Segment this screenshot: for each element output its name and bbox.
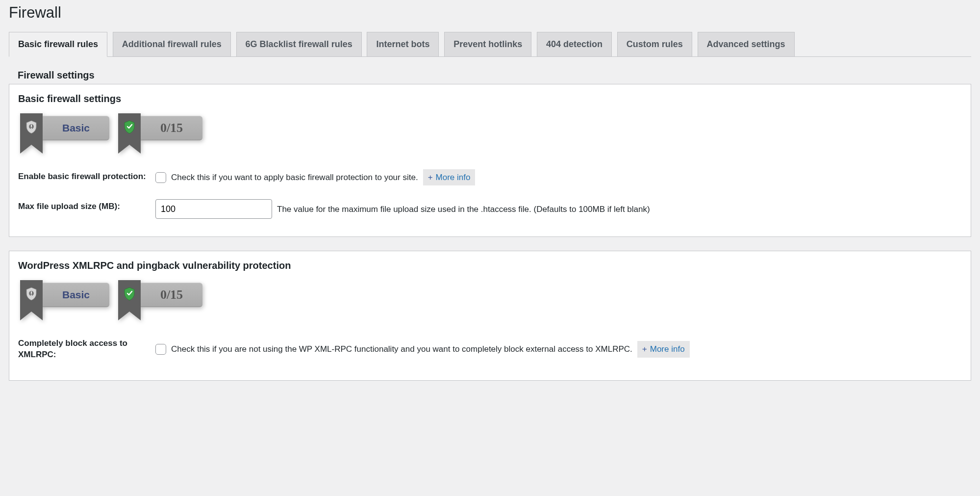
xmlrpc-protection-box: WordPress XMLRPC and pingback vulnerabil… bbox=[9, 251, 971, 381]
more-info-label: More info bbox=[650, 343, 685, 356]
max-upload-size-input[interactable] bbox=[155, 199, 272, 219]
more-info-button[interactable]: + More info bbox=[637, 341, 690, 358]
more-info-label: More info bbox=[436, 171, 471, 184]
box-title: Basic firewall settings bbox=[18, 93, 962, 104]
enable-basic-firewall-checkbox[interactable] bbox=[155, 172, 166, 183]
basic-firewall-settings-box: Basic firewall settings Basic bbox=[9, 84, 971, 237]
security-level-label: Basic bbox=[43, 116, 109, 140]
tab-advanced-settings[interactable]: Advanced settings bbox=[698, 32, 795, 56]
security-score-badge: 0/15 bbox=[118, 280, 202, 312]
tab-additional-firewall-rules[interactable]: Additional firewall rules bbox=[113, 32, 231, 56]
security-score-value: 0/15 bbox=[141, 116, 202, 140]
security-level-badge: Basic bbox=[20, 280, 109, 312]
section-heading: Firewall settings bbox=[18, 70, 971, 81]
tab-internet-bots[interactable]: Internet bots bbox=[367, 32, 439, 56]
security-badges: Basic 0/15 bbox=[20, 280, 962, 312]
plus-icon: + bbox=[428, 171, 433, 184]
tab-6g-blacklist[interactable]: 6G Blacklist firewall rules bbox=[236, 32, 362, 56]
page-title: Firewall bbox=[9, 4, 971, 22]
security-badges: Basic 0/15 bbox=[20, 113, 962, 145]
shield-check-icon bbox=[124, 120, 135, 134]
block-xmlrpc-label: Completely block access to XMLRPC: bbox=[18, 329, 155, 369]
more-info-button[interactable]: + More info bbox=[423, 169, 476, 186]
box-title: WordPress XMLRPC and pingback vulnerabil… bbox=[18, 260, 962, 271]
security-score-badge: 0/15 bbox=[118, 113, 202, 145]
plus-icon: + bbox=[642, 343, 647, 356]
svg-rect-1 bbox=[31, 125, 32, 127]
security-score-value: 0/15 bbox=[141, 283, 202, 307]
max-upload-size-label: Max file upload size (MB): bbox=[18, 192, 155, 226]
block-xmlrpc-desc: Check this if you are not using the WP X… bbox=[171, 343, 632, 356]
svg-rect-4 bbox=[31, 291, 32, 294]
security-level-label: Basic bbox=[43, 283, 109, 307]
enable-basic-firewall-label: Enable basic firewall protection: bbox=[18, 162, 155, 193]
enable-basic-firewall-desc: Check this if you want to apply basic fi… bbox=[171, 171, 418, 184]
tab-prevent-hotlinks[interactable]: Prevent hotlinks bbox=[444, 32, 531, 56]
shield-alert-icon bbox=[25, 287, 37, 301]
tabs-nav: Basic firewall rules Additional firewall… bbox=[9, 31, 971, 57]
svg-rect-2 bbox=[31, 128, 32, 129]
shield-check-icon bbox=[124, 287, 135, 301]
security-level-badge: Basic bbox=[20, 113, 109, 145]
shield-alert-icon bbox=[25, 120, 37, 134]
tab-custom-rules[interactable]: Custom rules bbox=[617, 32, 692, 56]
tab-basic-firewall-rules[interactable]: Basic firewall rules bbox=[9, 32, 107, 57]
svg-rect-5 bbox=[31, 295, 32, 296]
block-xmlrpc-checkbox[interactable] bbox=[155, 344, 166, 355]
max-upload-size-desc: The value for the maximum file upload si… bbox=[277, 203, 650, 216]
tab-404-detection[interactable]: 404 detection bbox=[537, 32, 612, 56]
